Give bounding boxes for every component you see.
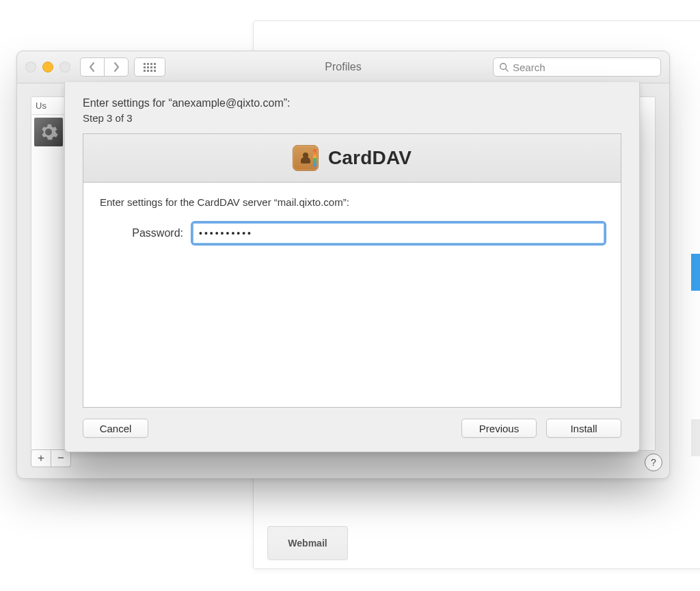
back-button[interactable] <box>80 57 104 77</box>
password-label: Password: <box>100 227 183 239</box>
config-panel-body: Enter settings for the CardDAV server “m… <box>83 183 621 257</box>
profile-item-icon[interactable] <box>34 118 63 146</box>
list-footer-buttons: + − <box>31 449 71 467</box>
password-field-wrap <box>193 223 604 244</box>
help-button[interactable]: ? <box>645 454 662 471</box>
gear-icon <box>38 122 59 142</box>
titlebar: Profiles <box>17 51 669 83</box>
nav-buttons <box>80 57 129 77</box>
config-panel: CardDAV Enter settings for the CardDAV s… <box>83 133 621 408</box>
chevron-right-icon <box>113 62 120 72</box>
minimize-window-button[interactable] <box>42 62 53 73</box>
install-button[interactable]: Install <box>546 419 621 438</box>
background-item <box>691 419 700 456</box>
chevron-left-icon <box>89 62 96 72</box>
search-input[interactable] <box>509 61 655 74</box>
contacts-app-icon <box>293 145 319 171</box>
sheet-button-bar: Cancel Previous Install <box>83 419 621 438</box>
webmail-label: Webmail <box>288 538 327 549</box>
password-row: Password: <box>100 223 604 244</box>
install-profile-sheet: Enter settings for “anexample@qixto.com”… <box>64 82 640 452</box>
close-window-button[interactable] <box>25 62 36 73</box>
server-description: Enter settings for the CardDAV server “m… <box>100 196 604 208</box>
add-profile-button[interactable]: + <box>31 449 51 467</box>
sheet-inner: Enter settings for “anexample@qixto.com”… <box>65 82 639 451</box>
sheet-heading: Enter settings for “anexample@qixto.com”… <box>83 97 621 109</box>
show-all-prefs-button[interactable] <box>134 57 165 77</box>
payload-title: CardDAV <box>328 147 412 169</box>
grid-icon <box>144 63 156 72</box>
previous-button[interactable]: Previous <box>461 419 537 438</box>
svg-line-1 <box>506 69 509 72</box>
cancel-button[interactable]: Cancel <box>83 419 148 438</box>
config-panel-header: CardDAV <box>83 134 621 183</box>
webmail-button[interactable]: Webmail <box>267 526 348 560</box>
search-field-wrap[interactable] <box>493 57 661 77</box>
forward-button[interactable] <box>104 57 129 77</box>
password-input[interactable] <box>193 223 604 244</box>
sheet-step: Step 3 of 3 <box>83 112 621 124</box>
search-icon <box>499 62 509 72</box>
window-controls <box>25 62 70 73</box>
zoom-window-button[interactable] <box>59 62 70 73</box>
background-selected-item <box>691 254 700 291</box>
person-silhouette-icon <box>301 153 310 163</box>
